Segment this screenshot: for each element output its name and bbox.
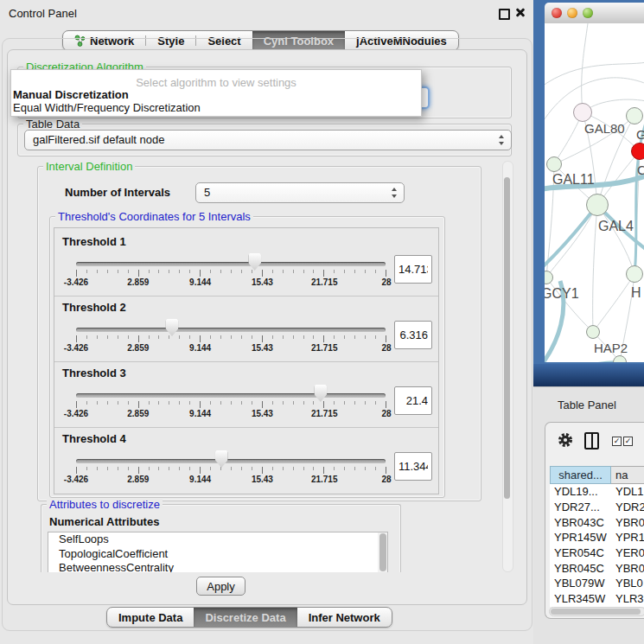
- slider-track[interactable]: [76, 459, 386, 463]
- tick-label: 2.859: [127, 343, 149, 353]
- column-header-name[interactable]: na: [611, 466, 644, 484]
- combo-arrows-icon: [392, 188, 398, 198]
- table-cell[interactable]: YBR0: [611, 516, 644, 529]
- slider-track[interactable]: [76, 262, 386, 266]
- scrollbar-thumb[interactable]: [551, 609, 641, 615]
- network-view-frame: GAL80GACGAL11GAL4GCY1HHAP2: [533, 0, 644, 386]
- slider-knob[interactable]: [165, 319, 178, 336]
- table-cell[interactable]: YDL19...: [550, 485, 611, 498]
- table-body: YDL19... YDL1 YDR27... YDR2 YBR043C YBR0…: [550, 484, 644, 607]
- table-cell[interactable]: YDR27...: [550, 501, 611, 513]
- checkbox-icon[interactable]: [612, 437, 622, 446]
- apply-button[interactable]: Apply: [196, 577, 245, 596]
- threshold-value-input[interactable]: [394, 386, 432, 415]
- algorithm-option-equal-width-frequency[interactable]: Equal Width/Frequency Discretization: [13, 101, 201, 114]
- slider-knob[interactable]: [215, 450, 228, 468]
- threshold-slider[interactable]: -3.4262.8599.14415.4321.71528: [75, 427, 386, 493]
- slider-tick-labels: -3.4262.8599.14415.4321.71528: [76, 343, 386, 354]
- scrollbar-thumb[interactable]: [379, 533, 386, 571]
- network-window-titlebar[interactable]: [545, 3, 644, 24]
- list-scrollbar[interactable]: [378, 532, 387, 572]
- cyni-mode-tab-bar: Impute Data Discretize Data Infer Networ…: [106, 607, 392, 628]
- table-cell[interactable]: YLR345W: [550, 592, 611, 605]
- tick-label: 15.43: [252, 277, 273, 287]
- settings-gear-icon[interactable]: [558, 432, 573, 448]
- slider-track[interactable]: [76, 393, 386, 398]
- network-node-label: H: [631, 285, 641, 301]
- table-cell[interactable]: YDL1: [611, 485, 644, 498]
- number-of-intervals-combo[interactable]: 5: [195, 182, 405, 203]
- threshold-value-input[interactable]: [394, 452, 432, 481]
- table-cell[interactable]: YBL0: [611, 577, 643, 590]
- network-node[interactable]: [573, 103, 592, 122]
- table-row[interactable]: YBR045C YBR0: [550, 560, 644, 576]
- tab-infer-network[interactable]: Infer Network: [297, 608, 392, 627]
- table-cell[interactable]: YBL079W: [550, 577, 611, 590]
- table-row[interactable]: YDR27... YDR2: [550, 500, 644, 515]
- table-cell[interactable]: YER054C: [550, 546, 611, 559]
- table-cell[interactable]: YDR2: [611, 501, 644, 513]
- network-node-label: GAL11: [552, 172, 595, 188]
- table-cell[interactable]: YPR145W: [550, 531, 611, 544]
- slider-ticks: [76, 270, 386, 277]
- table-panel: shared... na YDL19... YDL1 YDR27... YDR2…: [545, 422, 644, 619]
- network-canvas[interactable]: GAL80GACGAL11GAL4GCY1HHAP2: [545, 23, 644, 362]
- table-row[interactable]: YDL19... YDL1: [550, 484, 644, 500]
- tick-label: 28: [381, 277, 391, 287]
- table-row[interactable]: YBL079W YBL0: [550, 576, 644, 591]
- network-node[interactable]: [626, 265, 643, 283]
- network-node[interactable]: [546, 156, 562, 172]
- zoom-traffic-light-icon[interactable]: [583, 8, 593, 18]
- tick-label: 2.859: [127, 277, 149, 287]
- float-window-icon[interactable]: [499, 9, 510, 20]
- table-row[interactable]: YBR043C YBR0: [550, 514, 644, 530]
- network-node[interactable]: [586, 194, 609, 216]
- threshold-slider[interactable]: -3.4262.8599.14415.4321.71528: [75, 230, 386, 296]
- threshold-row: Threshold 2 -3.4262.8599.14415.4321.7152…: [54, 296, 438, 362]
- attribute-item[interactable]: SelfLoops: [48, 532, 387, 547]
- table-cell[interactable]: YLR3: [611, 592, 644, 605]
- tab-label: Impute Data: [118, 611, 182, 624]
- attribute-item[interactable]: TopologicalCoefficient: [48, 547, 387, 562]
- panel-scrollbar[interactable]: [502, 161, 513, 572]
- table-cell[interactable]: YBR0: [611, 562, 644, 575]
- slider-track[interactable]: [76, 328, 386, 332]
- attribute-item[interactable]: BetweennessCentrality: [48, 561, 387, 572]
- slider-tick-labels: -3.4262.8599.14415.4321.71528: [76, 409, 386, 420]
- checkbox-icon[interactable]: [623, 437, 633, 446]
- table-cell[interactable]: YBR043C: [550, 516, 611, 529]
- table-header: shared... na: [550, 466, 644, 484]
- slider-knob[interactable]: [248, 253, 261, 271]
- table-horizontal-scrollbar[interactable]: [549, 607, 644, 616]
- close-icon[interactable]: [515, 7, 526, 17]
- columns-icon[interactable]: [584, 432, 599, 450]
- tab-discretize-data[interactable]: Discretize Data: [194, 608, 296, 627]
- table-cell[interactable]: YBR045C: [550, 562, 611, 575]
- scrollbar-thumb[interactable]: [504, 177, 510, 499]
- network-node[interactable]: [631, 143, 644, 160]
- slider-ticks: [76, 335, 386, 342]
- tick-label: -3.426: [64, 277, 88, 287]
- threshold-value-input[interactable]: [394, 321, 432, 349]
- algorithm-option-manual-discretization[interactable]: Manual Discretization: [13, 88, 129, 101]
- close-traffic-light-icon[interactable]: [552, 8, 562, 18]
- table-row[interactable]: YPR145W YPR1: [550, 530, 644, 545]
- column-header-shared-name[interactable]: shared...: [550, 466, 611, 484]
- threshold-slider[interactable]: -3.4262.8599.14415.4321.71528: [75, 296, 386, 361]
- tick-label: 9.144: [189, 343, 211, 353]
- threshold-value-input[interactable]: [394, 255, 432, 284]
- table-row[interactable]: YER054C YER0: [550, 545, 644, 561]
- tab-impute-data[interactable]: Impute Data: [107, 608, 194, 627]
- table-cell[interactable]: YPR1: [611, 531, 644, 544]
- network-node-label: GA: [636, 127, 644, 142]
- minimize-traffic-light-icon[interactable]: [567, 8, 577, 18]
- threshold-slider[interactable]: -3.4262.8599.14415.4321.71528: [75, 361, 386, 427]
- slider-knob[interactable]: [314, 385, 327, 402]
- table-row[interactable]: YLR345W YLR3: [550, 591, 644, 607]
- table-data-combo[interactable]: galFiltered.sif default node: [24, 130, 512, 150]
- network-node[interactable]: [626, 107, 643, 124]
- threshold-rows-panel: Threshold 1 -3.4262.8599.14415.4321.7152…: [54, 227, 439, 494]
- network-node[interactable]: [586, 325, 600, 339]
- threshold-row: Threshold 1 -3.4262.8599.14415.4321.7152…: [54, 230, 438, 296]
- table-cell[interactable]: YER0: [611, 546, 644, 559]
